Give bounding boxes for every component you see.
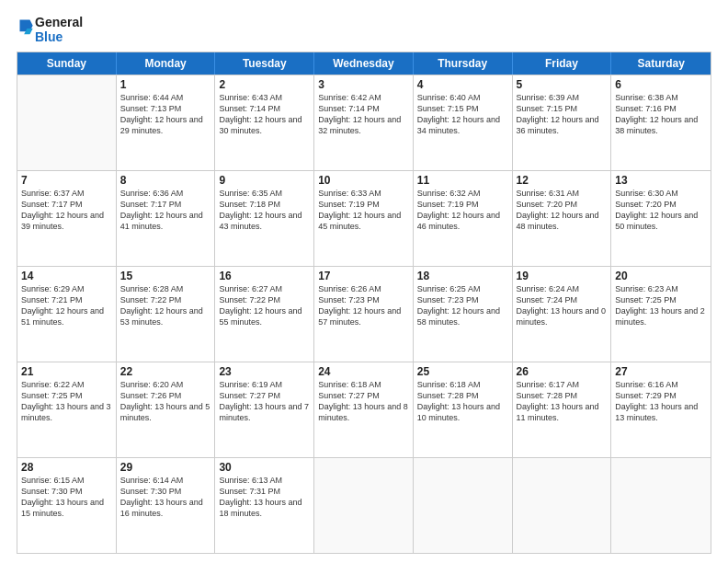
day-cell-12: 12Sunrise: 6:31 AMSunset: 7:20 PMDayligh… [513,171,612,266]
day-number: 19 [517,270,608,282]
header-day-wednesday: Wednesday [314,52,414,75]
day-number: 9 [219,174,310,187]
day-cell-28: 28Sunrise: 6:15 AMSunset: 7:30 PMDayligh… [17,458,117,553]
calendar-body: 1Sunrise: 6:44 AMSunset: 7:13 PMDaylight… [17,75,711,553]
day-info: Sunrise: 6:39 AMSunset: 7:15 PMDaylight:… [517,92,608,137]
day-cell-30: 30Sunrise: 6:13 AMSunset: 7:31 PMDayligh… [215,458,314,553]
day-cell-16: 16Sunrise: 6:27 AMSunset: 7:22 PMDayligh… [215,267,314,362]
day-cell-4: 4Sunrise: 6:40 AMSunset: 7:15 PMDaylight… [414,75,513,170]
header-day-sunday: Sunday [17,52,117,75]
day-cell-25: 25Sunrise: 6:18 AMSunset: 7:28 PMDayligh… [414,362,513,457]
day-info: Sunrise: 6:19 AMSunset: 7:27 PMDaylight:… [219,379,310,424]
header: General Blue [17,15,711,44]
day-info: Sunrise: 6:40 AMSunset: 7:15 PMDaylight:… [417,92,508,137]
day-cell-21: 21Sunrise: 6:22 AMSunset: 7:25 PMDayligh… [17,362,117,457]
day-cell-7: 7Sunrise: 6:37 AMSunset: 7:17 PMDaylight… [17,171,117,266]
day-info: Sunrise: 6:25 AMSunset: 7:23 PMDaylight:… [417,283,508,328]
day-cell-23: 23Sunrise: 6:19 AMSunset: 7:27 PMDayligh… [215,362,314,457]
day-info: Sunrise: 6:43 AMSunset: 7:14 PMDaylight:… [219,92,310,137]
day-number: 7 [21,174,112,187]
day-number: 14 [21,270,112,282]
day-number: 5 [517,78,608,91]
day-cell-5: 5Sunrise: 6:39 AMSunset: 7:15 PMDaylight… [513,75,612,170]
day-number: 8 [120,174,211,187]
day-number: 3 [318,78,409,91]
day-cell-29: 29Sunrise: 6:14 AMSunset: 7:30 PMDayligh… [117,458,216,553]
day-info: Sunrise: 6:13 AMSunset: 7:31 PMDaylight:… [219,475,310,520]
day-cell-15: 15Sunrise: 6:28 AMSunset: 7:22 PMDayligh… [117,267,216,362]
day-number: 30 [219,461,310,474]
day-cell-22: 22Sunrise: 6:20 AMSunset: 7:26 PMDayligh… [117,362,216,457]
day-info: Sunrise: 6:26 AMSunset: 7:23 PMDaylight:… [318,283,409,328]
empty-cell [314,458,414,553]
empty-cell [513,458,612,553]
day-number: 21 [21,365,112,378]
day-number: 4 [417,78,508,91]
logo-icon [17,18,33,39]
header-day-friday: Friday [513,52,612,75]
day-info: Sunrise: 6:33 AMSunset: 7:19 PMDaylight:… [318,188,409,233]
day-info: Sunrise: 6:18 AMSunset: 7:27 PMDaylight:… [318,379,409,424]
day-cell-13: 13Sunrise: 6:30 AMSunset: 7:20 PMDayligh… [611,171,711,266]
header-day-tuesday: Tuesday [215,52,314,75]
day-info: Sunrise: 6:35 AMSunset: 7:18 PMDaylight:… [219,188,310,233]
empty-cell [17,75,117,170]
calendar: SundayMondayTuesdayWednesdayThursdayFrid… [17,52,711,554]
week-row-3: 14Sunrise: 6:29 AMSunset: 7:21 PMDayligh… [17,266,711,362]
day-cell-10: 10Sunrise: 6:33 AMSunset: 7:19 PMDayligh… [314,171,414,266]
header-day-thursday: Thursday [414,52,513,75]
empty-cell [611,458,711,553]
logo: General Blue [17,15,83,44]
header-day-saturday: Saturday [611,52,711,75]
day-info: Sunrise: 6:28 AMSunset: 7:22 PMDaylight:… [120,283,211,328]
day-info: Sunrise: 6:30 AMSunset: 7:20 PMDaylight:… [615,188,707,233]
day-info: Sunrise: 6:44 AMSunset: 7:13 PMDaylight:… [120,92,211,137]
day-info: Sunrise: 6:15 AMSunset: 7:30 PMDaylight:… [21,475,112,520]
day-number: 11 [417,174,508,187]
week-row-2: 7Sunrise: 6:37 AMSunset: 7:17 PMDaylight… [17,170,711,266]
day-info: Sunrise: 6:20 AMSunset: 7:26 PMDaylight:… [120,379,211,424]
week-row-1: 1Sunrise: 6:44 AMSunset: 7:13 PMDaylight… [17,75,711,170]
day-number: 20 [615,270,707,282]
day-cell-2: 2Sunrise: 6:43 AMSunset: 7:14 PMDaylight… [215,75,314,170]
header-day-monday: Monday [117,52,216,75]
day-cell-6: 6Sunrise: 6:38 AMSunset: 7:16 PMDaylight… [611,75,711,170]
day-info: Sunrise: 6:17 AMSunset: 7:28 PMDaylight:… [517,379,608,424]
day-info: Sunrise: 6:24 AMSunset: 7:24 PMDaylight:… [517,283,608,328]
day-number: 16 [219,270,310,282]
day-number: 13 [615,174,707,187]
day-number: 27 [615,365,707,378]
day-cell-3: 3Sunrise: 6:42 AMSunset: 7:14 PMDaylight… [314,75,414,170]
day-number: 23 [219,365,310,378]
day-cell-18: 18Sunrise: 6:25 AMSunset: 7:23 PMDayligh… [414,267,513,362]
day-number: 18 [417,270,508,282]
day-number: 10 [318,174,409,187]
day-info: Sunrise: 6:23 AMSunset: 7:25 PMDaylight:… [615,283,707,328]
day-cell-26: 26Sunrise: 6:17 AMSunset: 7:28 PMDayligh… [513,362,612,457]
day-number: 26 [517,365,608,378]
day-cell-17: 17Sunrise: 6:26 AMSunset: 7:23 PMDayligh… [314,267,414,362]
day-cell-14: 14Sunrise: 6:29 AMSunset: 7:21 PMDayligh… [17,267,117,362]
day-number: 29 [120,461,211,474]
empty-cell [414,458,513,553]
day-cell-20: 20Sunrise: 6:23 AMSunset: 7:25 PMDayligh… [611,267,711,362]
day-number: 6 [615,78,707,91]
day-number: 15 [120,270,211,282]
day-info: Sunrise: 6:31 AMSunset: 7:20 PMDaylight:… [517,188,608,233]
calendar-header: SundayMondayTuesdayWednesdayThursdayFrid… [17,52,711,75]
day-number: 25 [417,365,508,378]
day-number: 12 [517,174,608,187]
page: General Blue SundayMondayTuesdayWednesda… [0,0,728,563]
day-info: Sunrise: 6:42 AMSunset: 7:14 PMDaylight:… [318,92,409,137]
day-info: Sunrise: 6:16 AMSunset: 7:29 PMDaylight:… [615,379,707,424]
day-info: Sunrise: 6:22 AMSunset: 7:25 PMDaylight:… [21,379,112,424]
day-number: 1 [120,78,211,91]
day-info: Sunrise: 6:36 AMSunset: 7:17 PMDaylight:… [120,188,211,233]
day-number: 22 [120,365,211,378]
day-cell-19: 19Sunrise: 6:24 AMSunset: 7:24 PMDayligh… [513,267,612,362]
day-info: Sunrise: 6:29 AMSunset: 7:21 PMDaylight:… [21,283,112,328]
day-cell-11: 11Sunrise: 6:32 AMSunset: 7:19 PMDayligh… [414,171,513,266]
day-info: Sunrise: 6:14 AMSunset: 7:30 PMDaylight:… [120,475,211,520]
day-cell-24: 24Sunrise: 6:18 AMSunset: 7:27 PMDayligh… [314,362,414,457]
week-row-4: 21Sunrise: 6:22 AMSunset: 7:25 PMDayligh… [17,362,711,457]
